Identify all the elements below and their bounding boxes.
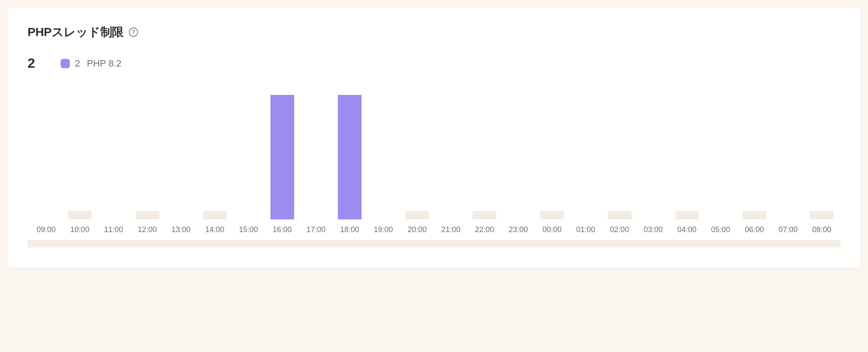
- bar-slot: [164, 95, 198, 219]
- bar-placeholder: [540, 211, 564, 219]
- bar-placeholder: [203, 211, 227, 219]
- x-tick-label: 16:00: [265, 222, 299, 240]
- bar-slot: [367, 95, 401, 219]
- bar-slot: [636, 95, 670, 219]
- x-tick-label: 04:00: [670, 222, 704, 240]
- bars-row: [28, 95, 840, 219]
- legend-label: PHP 8.2: [87, 58, 122, 69]
- bar-slot: [535, 95, 569, 219]
- bar-slot: [603, 95, 637, 219]
- x-tick-label: 21:00: [434, 222, 468, 240]
- bar-slot: [198, 95, 232, 219]
- bar-slot: [771, 95, 805, 219]
- x-tick-label: 13:00: [164, 222, 198, 240]
- x-tick-label: 02:00: [603, 222, 637, 240]
- bar-slot: [29, 95, 63, 219]
- card-header: PHPスレッド制限 ?: [28, 24, 840, 40]
- summary-row: 2 2 PHP 8.2: [28, 55, 840, 71]
- x-axis-labels: 09:0010:0011:0012:0013:0014:0015:0016:00…: [28, 219, 840, 241]
- bar-slot: [434, 95, 468, 219]
- x-tick-label: 19:00: [367, 222, 401, 240]
- x-tick-label: 14:00: [198, 222, 232, 240]
- bar-slot: [63, 95, 97, 219]
- x-tick-label: 00:00: [535, 222, 569, 240]
- bar-slot: [737, 95, 771, 219]
- help-icon[interactable]: ?: [129, 28, 138, 37]
- x-tick-label: 11:00: [97, 222, 131, 240]
- legend-value: 2: [75, 58, 80, 69]
- bar-slot: [468, 95, 502, 219]
- x-tick-label: 20:00: [400, 222, 434, 240]
- x-tick-label: 10:00: [63, 222, 97, 240]
- x-tick-label: 09:00: [29, 222, 63, 240]
- bar-slot: [299, 95, 333, 219]
- summary-total: 2: [28, 55, 35, 71]
- chart-area: 09:0010:0011:0012:0013:0014:0015:0016:00…: [28, 95, 840, 247]
- bar-slot: [670, 95, 704, 219]
- bar[interactable]: [270, 95, 294, 219]
- bar-slot: [569, 95, 603, 219]
- time-slider-track[interactable]: [28, 241, 840, 247]
- bar-slot: [704, 95, 738, 219]
- bar-placeholder: [608, 211, 632, 219]
- x-tick-label: 07:00: [771, 222, 805, 240]
- x-tick-label: 01:00: [569, 222, 603, 240]
- x-tick-label: 05:00: [704, 222, 738, 240]
- bar-placeholder: [68, 211, 92, 219]
- bar-slot: [265, 95, 299, 219]
- bar-placeholder: [136, 211, 159, 219]
- chart-card: PHPスレッド制限 ? 2 2 PHP 8.2 09:0010:0011:001…: [7, 7, 861, 268]
- x-tick-label: 03:00: [636, 222, 670, 240]
- bar[interactable]: [338, 95, 362, 219]
- bar-placeholder: [743, 211, 766, 219]
- bar-slot: [231, 95, 265, 219]
- x-tick-label: 23:00: [501, 222, 535, 240]
- legend: 2 PHP 8.2: [61, 58, 122, 69]
- x-tick-label: 17:00: [299, 222, 333, 240]
- bar-placeholder: [675, 211, 699, 219]
- x-tick-label: 08:00: [805, 222, 839, 240]
- x-tick-label: 22:00: [468, 222, 502, 240]
- bar-slot: [400, 95, 434, 219]
- x-tick-label: 18:00: [333, 222, 367, 240]
- bar-slot: [333, 95, 367, 219]
- bar-slot: [501, 95, 535, 219]
- bar-slot: [131, 95, 164, 219]
- chart-title: PHPスレッド制限: [28, 24, 124, 40]
- x-tick-label: 12:00: [131, 222, 164, 240]
- x-tick-label: 06:00: [737, 222, 771, 240]
- bar-slot: [97, 95, 131, 219]
- x-tick-label: 15:00: [231, 222, 265, 240]
- bar-placeholder: [810, 211, 834, 219]
- bar-placeholder: [405, 211, 429, 219]
- bar-slot: [805, 95, 839, 219]
- bar-placeholder: [473, 211, 496, 219]
- legend-swatch: [61, 59, 70, 68]
